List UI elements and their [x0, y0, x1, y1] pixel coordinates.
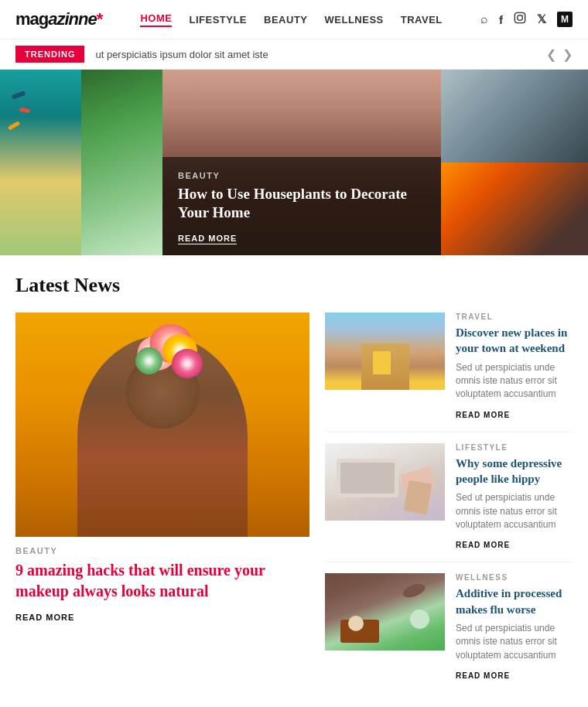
latest-news-section: Latest News BEAUTY 9 amazing hacks that … [0, 255, 588, 707]
main-article-category: BEAUTY [15, 546, 309, 555]
side-article-3-read-more[interactable]: READ MORE [456, 671, 510, 680]
main-article: BEAUTY 9 amazing hacks that will ensure … [15, 313, 309, 692]
side-article-1-content: TRAVEL Discover new places in your town … [456, 313, 573, 421]
side-article-3-desc: Sed ut perspiciatis unde omnis iste natu… [456, 622, 573, 662]
trending-arrows: ❮ ❯ [546, 47, 573, 62]
section-title: Latest News [15, 274, 573, 297]
main-article-image[interactable] [15, 313, 309, 537]
trending-bar: TRENDING ut perspiciatis ipsum dolor sit… [0, 39, 588, 70]
main-nav: HOME LIFESTYLE BEAUTY WELLNESS TRAVEL [140, 12, 442, 27]
prev-arrow[interactable]: ❮ [546, 47, 556, 62]
hero-category: BEAUTY [178, 171, 426, 180]
side-article-3: WELLNESS Additive in processed makes flu… [325, 573, 573, 692]
side-article-2-desc: Sed ut perspiciatis unde omnis iste natu… [456, 491, 573, 531]
nav-travel[interactable]: TRAVEL [401, 14, 443, 26]
svg-point-2 [522, 15, 523, 15]
nav-lifestyle[interactable]: LIFESTYLE [189, 14, 247, 26]
facebook-icon[interactable]: f [499, 13, 503, 26]
hero-fashion-image [441, 70, 588, 162]
side-article-1-category: TRAVEL [456, 313, 573, 321]
hero-section: BEAUTY How to Use Houseplants to Decorat… [0, 70, 588, 255]
header-icons: ⌕ f 𝕏 M [480, 12, 573, 27]
search-icon[interactable]: ⌕ [480, 12, 488, 26]
side-article-3-content: WELLNESS Additive in processed makes flu… [456, 573, 573, 681]
side-article-2-title[interactable]: Why some depressive people like hippy [456, 456, 573, 487]
site-header: magazinne* HOME LIFESTYLE BEAUTY WELLNES… [0, 0, 588, 39]
hero-food-image [441, 162, 588, 255]
side-article-2: LIFESTYLE Why some depressive people lik… [325, 443, 573, 563]
trending-label: TRENDING [15, 46, 84, 63]
logo-text-mag: mag [15, 9, 48, 29]
side-article-2-read-more[interactable]: READ MORE [456, 541, 510, 549]
side-article-1-read-more[interactable]: READ MORE [456, 411, 510, 419]
instagram-icon[interactable] [514, 12, 526, 27]
nav-wellness[interactable]: WELLNESS [325, 14, 384, 26]
side-article-1: TRAVEL Discover new places in your town … [325, 313, 573, 432]
nav-home[interactable]: HOME [140, 12, 172, 27]
main-article-title[interactable]: 9 amazing hacks that will ensure your ma… [15, 560, 309, 602]
logo-star: * [97, 9, 103, 29]
hero-aerial-image [0, 70, 81, 255]
nav-beauty[interactable]: BEAUTY [264, 14, 307, 26]
side-article-2-image[interactable] [325, 443, 445, 521]
side-article-1-title[interactable]: Discover new places in your town at week… [456, 325, 573, 357]
twitter-icon[interactable]: 𝕏 [537, 12, 546, 26]
side-article-1-desc: Sed ut perspiciatis unde omnis iste natu… [456, 361, 573, 401]
next-arrow[interactable]: ❯ [562, 47, 573, 62]
hero-title: How to Use Houseplants to Decorate Your … [178, 185, 426, 223]
news-grid: BEAUTY 9 amazing hacks that will ensure … [15, 313, 573, 692]
main-article-read-more[interactable]: READ MORE [15, 613, 74, 622]
hero-right [441, 70, 588, 255]
logo-text-azinne: azinne [48, 9, 96, 29]
hero-read-more[interactable]: READ MORE [178, 234, 237, 244]
main-article-meta: BEAUTY 9 amazing hacks that will ensure … [15, 546, 309, 623]
side-article-3-image[interactable] [325, 573, 445, 651]
side-article-2-content: LIFESTYLE Why some depressive people lik… [456, 443, 573, 552]
hero-center[interactable]: BEAUTY How to Use Houseplants to Decorat… [162, 70, 441, 255]
side-article-3-title[interactable]: Additive in processed makes flu worse [456, 586, 573, 617]
logo[interactable]: magazinne* [15, 9, 102, 29]
hero-left [0, 70, 162, 255]
hero-plant-image [81, 70, 162, 255]
medium-icon[interactable]: M [557, 12, 573, 27]
side-article-2-category: LIFESTYLE [456, 443, 573, 452]
side-articles: TRAVEL Discover new places in your town … [325, 313, 573, 692]
side-article-3-category: WELLNESS [456, 573, 573, 582]
svg-point-1 [518, 15, 523, 21]
trending-text: ut perspiciatis ipsum dolor sit amet ist… [95, 49, 546, 60]
hero-center-overlay: BEAUTY How to Use Houseplants to Decorat… [162, 157, 441, 255]
svg-rect-0 [514, 12, 525, 22]
side-article-1-image[interactable] [325, 313, 445, 390]
